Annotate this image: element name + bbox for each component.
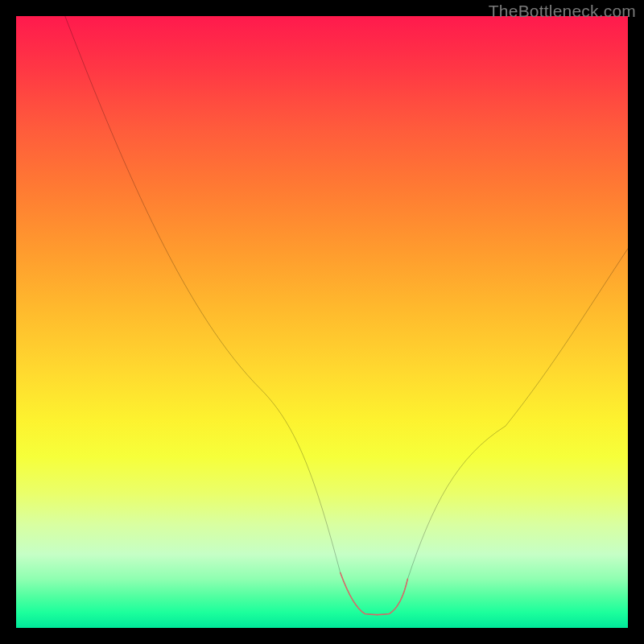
bottleneck-curve — [65, 16, 628, 615]
chart-frame: TheBottleneck.com — [0, 0, 644, 644]
attribution-text: TheBottleneck.com — [489, 2, 636, 21]
optimal-range-highlight — [341, 573, 408, 615]
plot-area — [16, 16, 628, 628]
curve-layer — [16, 16, 628, 628]
